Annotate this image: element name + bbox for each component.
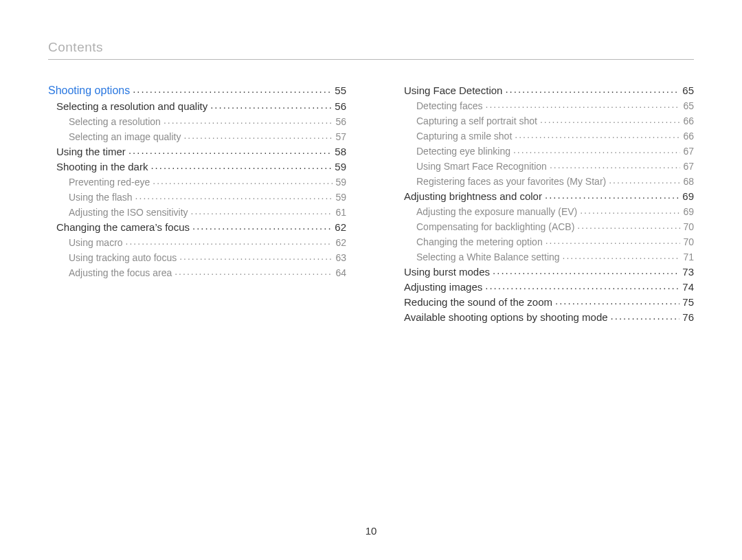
toc-entry-page: 68: [680, 177, 694, 186]
toc-entry[interactable]: Using macro62: [48, 235, 346, 247]
toc-leader-dots: [135, 190, 333, 201]
toc-entry[interactable]: Adjusting brightness and color69: [396, 189, 694, 201]
toc-entry-label: Adjusting the ISO sensitivity: [69, 208, 191, 217]
toc-entry-label: Using the timer: [56, 146, 128, 157]
toc-leader-dots: [515, 128, 680, 139]
toc-entry[interactable]: Selecting a White Balance setting71: [396, 249, 694, 262]
toc-leader-dots: [550, 159, 681, 170]
toc-columns: Shooting options55Selecting a resolution…: [48, 83, 694, 325]
toc-leader-dots: [555, 295, 679, 306]
toc-leader-dots: [191, 205, 333, 216]
toc-entry[interactable]: Using burst modes73: [396, 265, 694, 277]
toc-leader-dots: [493, 265, 679, 276]
toc-entry-label: Selecting a White Balance setting: [416, 252, 563, 262]
toc-entry-label: Capturing a self portrait shot: [416, 116, 540, 126]
toc-entry-page: 66: [680, 131, 694, 141]
toc-entry-page: 76: [679, 312, 694, 322]
toc-entry-label: Adjusting the exposure manually (EV): [416, 207, 580, 216]
toc-entry-page: 62: [332, 222, 346, 232]
toc-column-right: Using Face Detection65Detecting faces65C…: [396, 83, 694, 325]
toc-leader-dots: [175, 265, 333, 276]
toc-entry-label: Adjusting brightness and color: [404, 191, 545, 201]
toc-entry[interactable]: Available shooting options by shooting m…: [396, 310, 694, 322]
toc-entry[interactable]: Shooting in the dark59: [48, 159, 346, 172]
toc-entry-page: 59: [332, 161, 346, 172]
toc-entry-page: 67: [680, 146, 694, 156]
toc-entry-label: Changing the metering option: [416, 237, 546, 247]
toc-leader-dots: [133, 83, 332, 94]
toc-entry[interactable]: Changing the camera’s focus62: [48, 220, 346, 232]
toc-entry[interactable]: Shooting options55: [48, 83, 346, 96]
toc-entry-page: 73: [679, 267, 694, 277]
toc-entry-label: Shooting in the dark: [56, 161, 150, 172]
page-container: Contents Shooting options55Selecting a r…: [0, 0, 742, 560]
toc-entry[interactable]: Preventing red-eye59: [48, 175, 346, 187]
toc-entry-label: Using tracking auto focus: [69, 253, 179, 262]
toc-entry-page: 66: [680, 116, 694, 126]
toc-entry-page: 63: [333, 253, 346, 262]
toc-entry[interactable]: Capturing a self portrait shot66: [396, 113, 694, 126]
toc-entry[interactable]: Adjusting images74: [396, 280, 694, 292]
toc-entry[interactable]: Adjusting the exposure manually (EV)69: [396, 204, 694, 216]
toc-leader-dots: [128, 144, 332, 155]
toc-entry-page: 64: [333, 268, 346, 278]
toc-entry[interactable]: Using Face Detection65: [396, 83, 694, 96]
toc-entry[interactable]: Detecting eye blinking67: [396, 144, 694, 156]
toc-entry[interactable]: Reducing the sound of the zoom75: [396, 295, 694, 307]
toc-entry-page: 71: [680, 252, 694, 262]
toc-entry-page: 65: [679, 85, 694, 96]
toc-entry-page: 75: [679, 297, 694, 307]
toc-entry-page: 74: [679, 282, 694, 292]
toc-entry-label: Registering faces as your favorites (My …: [416, 177, 609, 186]
toc-entry-page: 56: [333, 117, 346, 126]
toc-entry-page: 62: [333, 238, 346, 247]
toc-entry-page: 70: [680, 222, 694, 232]
toc-entry-label: Preventing red-eye: [69, 177, 153, 187]
toc-entry-page: 61: [333, 208, 346, 217]
toc-leader-dots: [150, 159, 332, 170]
toc-entry[interactable]: Using the timer58: [48, 144, 346, 157]
header-rule: [48, 59, 694, 60]
footer-page-number: 10: [0, 525, 742, 537]
toc-leader-dots: [183, 129, 333, 140]
toc-entry-page: 70: [680, 237, 694, 247]
toc-entry-page: 56: [332, 101, 346, 111]
page-title: Contents: [48, 40, 694, 59]
toc-entry[interactable]: Adjusting the focus area64: [48, 265, 346, 278]
toc-entry-label: Adjusting the focus area: [69, 268, 175, 278]
toc-entry[interactable]: Using tracking auto focus63: [48, 250, 346, 262]
toc-leader-dots: [609, 174, 680, 185]
toc-entry[interactable]: Registering faces as your favorites (My …: [396, 174, 694, 186]
toc-leader-dots: [179, 250, 333, 261]
toc-entry-page: 57: [333, 132, 346, 142]
toc-entry-label: Available shooting options by shooting m…: [404, 312, 611, 322]
toc-entry-page: 67: [680, 161, 694, 171]
toc-entry-label: Using Smart Face Recognition: [416, 161, 550, 171]
toc-entry-label: Detecting eye blinking: [416, 146, 513, 156]
toc-entry-label: Selecting a resolution and quality: [56, 101, 210, 111]
toc-entry-page: 65: [680, 101, 694, 111]
toc-entry[interactable]: Using Smart Face Recognition67: [396, 159, 694, 171]
toc-entry[interactable]: Detecting faces65: [396, 98, 694, 111]
toc-entry[interactable]: Changing the metering option70: [396, 234, 694, 247]
toc-leader-dots: [540, 113, 681, 124]
toc-entry-page: 58: [332, 146, 346, 157]
toc-entry[interactable]: Adjusting the ISO sensitivity61: [48, 205, 346, 217]
toc-leader-dots: [546, 234, 681, 245]
toc-entry-label: Detecting faces: [416, 101, 486, 111]
toc-entry[interactable]: Selecting an image quality57: [48, 129, 346, 142]
toc-entry-page: 69: [680, 207, 694, 216]
toc-entry[interactable]: Using the flash59: [48, 190, 346, 202]
toc-entry[interactable]: Compensating for backlighting (ACB)70: [396, 219, 694, 232]
toc-entry-page: 59: [333, 192, 346, 202]
toc-entry-label: Changing the camera’s focus: [56, 222, 192, 232]
toc-entry[interactable]: Selecting a resolution56: [48, 114, 346, 126]
toc-leader-dots: [577, 219, 680, 230]
toc-entry[interactable]: Capturing a smile shot66: [396, 128, 694, 141]
toc-entry-page: 55: [332, 85, 346, 96]
toc-entry-label: Selecting an image quality: [69, 132, 183, 142]
toc-leader-dots: [505, 83, 679, 94]
toc-entry-label: Adjusting images: [404, 282, 485, 292]
toc-entry[interactable]: Selecting a resolution and quality56: [48, 99, 346, 111]
toc-leader-dots: [545, 189, 679, 200]
